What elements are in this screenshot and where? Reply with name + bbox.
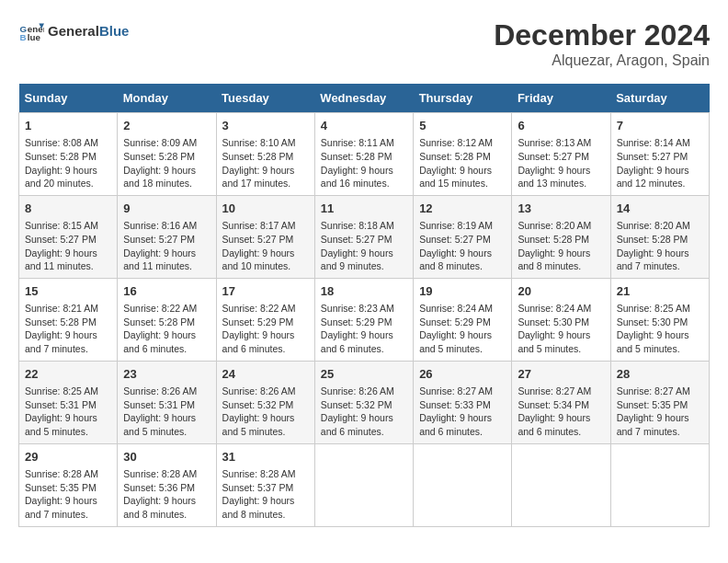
table-row: 25Sunrise: 8:26 AMSunset: 5:32 PMDayligh… [314,361,413,443]
table-row: 4Sunrise: 8:11 AMSunset: 5:28 PMDaylight… [314,113,413,196]
calendar-week-row: 29Sunrise: 8:28 AMSunset: 5:35 PMDayligh… [19,443,710,526]
table-row: 19Sunrise: 8:24 AMSunset: 5:29 PMDayligh… [414,278,512,361]
table-row: 1Sunrise: 8:08 AMSunset: 5:28 PMDaylight… [19,113,118,196]
table-row: 31Sunrise: 8:28 AMSunset: 5:37 PMDayligh… [216,443,314,526]
table-row: 20Sunrise: 8:24 AMSunset: 5:30 PMDayligh… [512,278,610,361]
calendar-header-row: Sunday Monday Tuesday Wednesday Thursday… [19,84,710,113]
page-subtitle: Alquezar, Aragon, Spain [494,52,710,69]
logo: G eneral B lue GeneralBlue [18,18,129,44]
table-row: 8Sunrise: 8:15 AMSunset: 5:27 PMDaylight… [19,195,118,278]
col-saturday: Saturday [610,84,709,113]
table-row: 18Sunrise: 8:23 AMSunset: 5:29 PMDayligh… [314,278,413,361]
col-friday: Friday [512,84,610,113]
table-row: 15Sunrise: 8:21 AMSunset: 5:28 PMDayligh… [19,278,118,361]
table-row: 26Sunrise: 8:27 AMSunset: 5:33 PMDayligh… [414,361,512,443]
table-row: 6Sunrise: 8:13 AMSunset: 5:27 PMDaylight… [512,113,610,196]
col-wednesday: Wednesday [314,84,413,113]
table-row [314,443,413,526]
page-title: December 2024 [494,18,710,52]
table-row: 30Sunrise: 8:28 AMSunset: 5:36 PMDayligh… [118,443,216,526]
col-sunday: Sunday [19,84,118,113]
table-row: 27Sunrise: 8:27 AMSunset: 5:34 PMDayligh… [512,361,610,443]
col-thursday: Thursday [414,84,512,113]
col-tuesday: Tuesday [216,84,314,113]
table-row: 21Sunrise: 8:25 AMSunset: 5:30 PMDayligh… [610,278,709,361]
table-row: 7Sunrise: 8:14 AMSunset: 5:27 PMDaylight… [610,113,709,196]
page-header: G eneral B lue GeneralBlue December 2024… [18,18,710,69]
table-row: 13Sunrise: 8:20 AMSunset: 5:28 PMDayligh… [512,195,610,278]
svg-text:lue: lue [28,32,41,42]
table-row: 29Sunrise: 8:28 AMSunset: 5:35 PMDayligh… [19,443,118,526]
calendar-week-row: 1Sunrise: 8:08 AMSunset: 5:28 PMDaylight… [19,113,710,196]
table-row [512,443,610,526]
logo-icon: G eneral B lue [18,18,44,44]
table-row: 22Sunrise: 8:25 AMSunset: 5:31 PMDayligh… [19,361,118,443]
table-row: 12Sunrise: 8:19 AMSunset: 5:27 PMDayligh… [414,195,512,278]
table-row: 10Sunrise: 8:17 AMSunset: 5:27 PMDayligh… [216,195,314,278]
table-row [414,443,512,526]
calendar-table: Sunday Monday Tuesday Wednesday Thursday… [18,84,710,527]
table-row: 5Sunrise: 8:12 AMSunset: 5:28 PMDaylight… [414,113,512,196]
table-row: 23Sunrise: 8:26 AMSunset: 5:31 PMDayligh… [118,361,216,443]
table-row: 9Sunrise: 8:16 AMSunset: 5:27 PMDaylight… [118,195,216,278]
calendar-week-row: 22Sunrise: 8:25 AMSunset: 5:31 PMDayligh… [19,361,710,443]
calendar-week-row: 15Sunrise: 8:21 AMSunset: 5:28 PMDayligh… [19,278,710,361]
col-monday: Monday [118,84,216,113]
table-row: 28Sunrise: 8:27 AMSunset: 5:35 PMDayligh… [610,361,709,443]
calendar-week-row: 8Sunrise: 8:15 AMSunset: 5:27 PMDaylight… [19,195,710,278]
table-row: 2Sunrise: 8:09 AMSunset: 5:28 PMDaylight… [118,113,216,196]
svg-text:B: B [19,32,26,42]
table-row: 17Sunrise: 8:22 AMSunset: 5:29 PMDayligh… [216,278,314,361]
table-row: 11Sunrise: 8:18 AMSunset: 5:27 PMDayligh… [314,195,413,278]
table-row: 14Sunrise: 8:20 AMSunset: 5:28 PMDayligh… [610,195,709,278]
table-row [610,443,709,526]
table-row: 3Sunrise: 8:10 AMSunset: 5:28 PMDaylight… [216,113,314,196]
title-block: December 2024 Alquezar, Aragon, Spain [494,18,710,69]
table-row: 16Sunrise: 8:22 AMSunset: 5:28 PMDayligh… [118,278,216,361]
table-row: 24Sunrise: 8:26 AMSunset: 5:32 PMDayligh… [216,361,314,443]
